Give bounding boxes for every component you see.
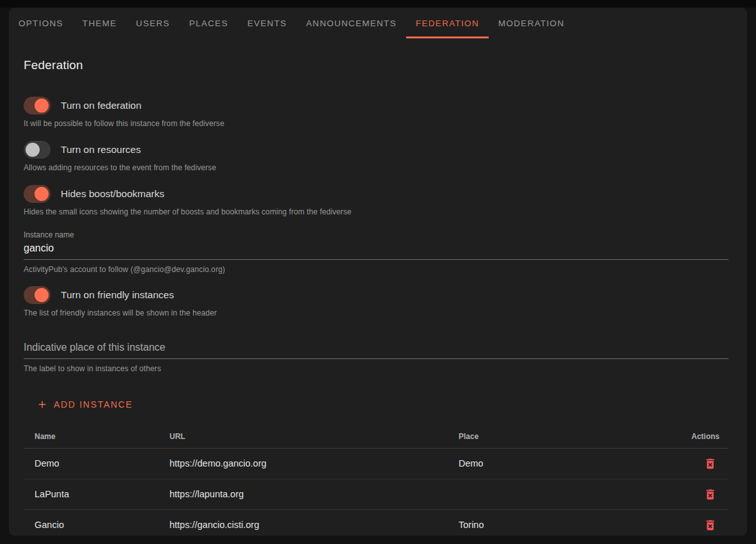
admin-tab-bar: Options Theme Users Places Events Announ… <box>9 8 747 38</box>
setting-friendly-instances: Turn on friendly instances The list of f… <box>24 286 728 317</box>
top-spacer <box>0 0 756 8</box>
friendly-instances-toggle-label: Turn on friendly instances <box>61 289 174 301</box>
plus-icon <box>36 399 48 410</box>
instance-place-cell: Demo <box>459 448 672 479</box>
tab-options[interactable]: Options <box>9 8 73 38</box>
setting-hide-boost: Hides boost/bookmarks Hides the small ic… <box>24 185 728 216</box>
instance-name-cell: Demo <box>24 448 169 479</box>
resources-toggle[interactable] <box>24 141 51 159</box>
hide-boost-toggle[interactable] <box>24 185 51 203</box>
column-header-place: Place <box>459 425 672 448</box>
friendly-instances-toggle[interactable] <box>24 286 51 304</box>
resources-toggle-label: Turn on resources <box>61 144 141 156</box>
federation-toggle[interactable] <box>24 97 51 115</box>
trash-delete-icon <box>704 488 717 501</box>
admin-federation-card: Options Theme Users Places Events Announ… <box>9 8 747 536</box>
column-header-url: URL <box>169 425 459 448</box>
federation-toggle-label: Turn on federation <box>61 100 141 111</box>
delete-instance-button[interactable] <box>701 455 720 472</box>
toggle-thumb <box>26 143 40 157</box>
instance-url-cell: https://lapunta.org <box>169 479 459 509</box>
instance-name-input[interactable] <box>24 239 728 260</box>
tab-events[interactable]: Events <box>238 8 297 38</box>
column-header-actions: Actions <box>672 425 728 448</box>
add-instance-button-label: Add Instance <box>54 399 133 410</box>
instance-name-field: Instance name ActivityPub's account to f… <box>24 230 728 274</box>
instance-place-hint: The label to show in instances of others <box>24 364 728 373</box>
add-instance-button[interactable]: Add Instance <box>31 394 138 415</box>
table-row: LaPunta https://lapunta.org <box>24 479 728 509</box>
instance-name-label: Instance name <box>24 230 728 239</box>
trash-delete-icon <box>704 457 717 470</box>
friendly-instances-toggle-hint: The list of friendly instances will be s… <box>24 308 728 317</box>
tab-moderation[interactable]: Moderation <box>489 8 574 38</box>
instance-url-cell: https://gancio.cisti.org <box>169 509 459 536</box>
instance-place-cell: Torino <box>459 509 672 536</box>
column-header-name: Name <box>24 425 169 448</box>
federation-toggle-hint: It will be possible to follow this insta… <box>24 119 728 128</box>
tab-announcements[interactable]: Announcements <box>297 8 406 38</box>
instance-place-input[interactable] <box>24 340 728 359</box>
delete-instance-button[interactable] <box>701 486 720 503</box>
hide-boost-toggle-hint: Hides the small icons showing the number… <box>24 207 728 216</box>
instance-place-field: The label to show in instances of others <box>24 340 728 373</box>
tab-theme[interactable]: Theme <box>73 8 127 38</box>
instance-name-cell: Gancio <box>24 509 169 536</box>
instance-place-cell <box>459 479 672 509</box>
resources-toggle-hint: Allows adding resources to the event fro… <box>24 163 728 172</box>
tab-federation[interactable]: Federation <box>406 8 489 38</box>
toggle-thumb <box>35 187 49 201</box>
instance-name-cell: LaPunta <box>24 479 169 509</box>
tab-places[interactable]: Places <box>180 8 238 38</box>
instance-url-cell: https://demo.gancio.org <box>169 448 459 479</box>
delete-instance-button[interactable] <box>701 516 720 534</box>
instance-name-hint: ActivityPub's account to follow (@gancio… <box>24 265 728 274</box>
table-row: Gancio https://gancio.cisti.org Torino <box>24 509 728 536</box>
toggle-thumb <box>35 99 49 113</box>
table-row: Demo https://demo.gancio.org Demo <box>24 448 728 479</box>
friendly-instances-table: Name URL Place Actions Demo https://demo… <box>24 425 728 536</box>
hide-boost-toggle-label: Hides boost/bookmarks <box>61 188 164 200</box>
trash-delete-icon <box>704 518 717 532</box>
setting-resources: Turn on resources Allows adding resource… <box>24 141 728 172</box>
toggle-thumb <box>35 288 49 302</box>
page-title: Federation <box>24 58 728 72</box>
table-header-row: Name URL Place Actions <box>24 425 728 448</box>
setting-federation: Turn on federation It will be possible t… <box>24 97 728 128</box>
tab-users[interactable]: Users <box>127 8 180 38</box>
